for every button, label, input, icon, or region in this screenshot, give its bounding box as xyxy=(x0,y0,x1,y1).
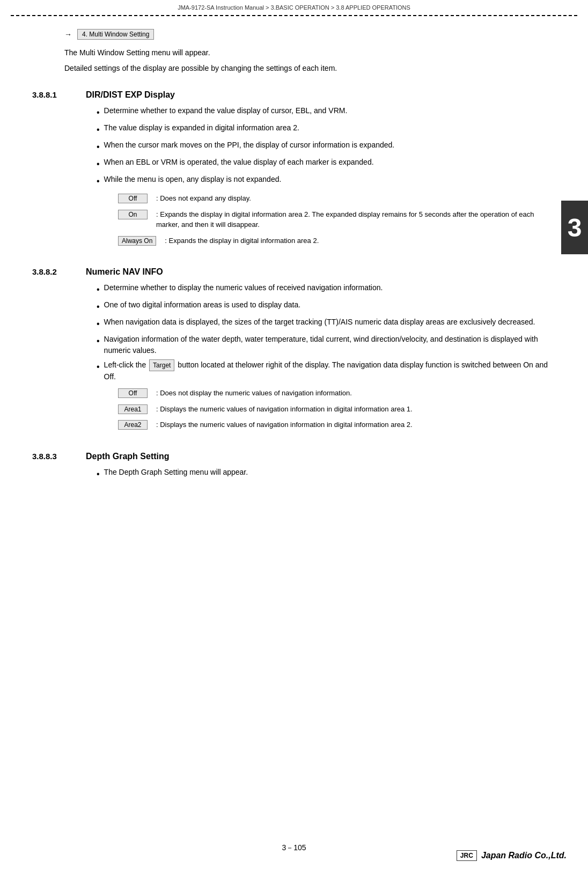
section1-number: 3.8.8.1 xyxy=(32,90,86,99)
bullet-text: Determine whether to display the numeric… xyxy=(104,282,556,293)
bullet-icon: • xyxy=(97,123,100,136)
company-name: Japan Radio Co.,Ltd. xyxy=(481,851,567,860)
option-on-desc: : Expands the display in digital informa… xyxy=(156,209,556,230)
section2-title-row: 3.8.8.2 Numeric NAV INFO xyxy=(32,267,556,277)
list-item: • When an EBL or VRM is operated, the va… xyxy=(97,157,556,171)
divider xyxy=(11,15,577,16)
option2-area1-row: Area1 : Displays the numeric values of n… xyxy=(118,404,556,415)
arrow-row: → 4. Multi Window Setting xyxy=(64,29,556,40)
bullet-icon: • xyxy=(97,318,100,330)
list-item: • The value display is expanded in digit… xyxy=(97,122,556,136)
main-content: → 4. Multi Window Setting The Multi Wind… xyxy=(0,18,588,497)
section1-bullets: • Determine whether to expand the value … xyxy=(97,105,556,188)
section2-number: 3.8.8.2 xyxy=(32,267,86,276)
header: JMA-9172-SA Instruction Manual > 3.BASIC… xyxy=(0,0,588,16)
breadcrumb: JMA-9172-SA Instruction Manual > 3.BASIC… xyxy=(0,0,588,13)
bullet-text: While the menu is open, any display is n… xyxy=(104,174,556,185)
option-off-badge: Off xyxy=(118,194,148,203)
intro-line2: Detailed settings of the display are pos… xyxy=(64,63,556,74)
bullet-text: When an EBL or VRM is operated, the valu… xyxy=(104,157,556,168)
section3-title-row: 3.8.8.3 Depth Graph Setting xyxy=(32,452,556,461)
option2-off-desc: : Does not display the numeric values of… xyxy=(156,388,556,399)
page-number: 3－105 xyxy=(282,843,306,853)
option-on-badge: On xyxy=(118,210,148,219)
section1-title-row: 3.8.8.1 DIR/DIST EXP Display xyxy=(32,90,556,100)
section3-number: 3.8.8.3 xyxy=(32,452,86,461)
option-off-desc: : Does not expand any display. xyxy=(156,193,556,204)
bullet-text: The value display is expanded in digital… xyxy=(104,122,556,134)
bullet-icon: • xyxy=(97,283,100,296)
option2-area2-badge: Area2 xyxy=(118,420,148,430)
list-item: • The Depth Graph Setting menu will appe… xyxy=(97,467,556,481)
option2-area2-row: Area2 : Displays the numeric values of n… xyxy=(118,419,556,430)
bullet-icon: • xyxy=(97,158,100,171)
list-item: • Left-click the Target button located a… xyxy=(97,359,556,382)
bullet-text: The Depth Graph Setting menu will appear… xyxy=(104,467,556,478)
arrow-symbol: → xyxy=(64,30,72,39)
chapter-tab: 3 xyxy=(561,201,588,254)
option2-area1-desc: : Displays the numeric values of navigat… xyxy=(156,404,556,415)
section3-bullets: • The Depth Graph Setting menu will appe… xyxy=(97,467,556,481)
menu-button: 4. Multi Window Setting xyxy=(77,29,154,40)
option-off-row: Off : Does not expand any display. xyxy=(118,193,556,204)
bullet-text: One of two digital information areas is … xyxy=(104,299,556,311)
section2-bullets: • Determine whether to display the numer… xyxy=(97,282,556,382)
bullet-icon: • xyxy=(97,106,100,119)
bullet-icon: • xyxy=(97,175,100,188)
bullet-icon: • xyxy=(97,360,100,373)
bullet-text: When navigation data is displayed, the s… xyxy=(104,316,556,328)
option2-area1-badge: Area1 xyxy=(118,404,148,414)
option-alwayson-badge: Always On xyxy=(118,236,156,246)
bullet-icon: • xyxy=(97,468,100,481)
option2-area2-desc: : Displays the numeric values of navigat… xyxy=(156,419,556,430)
footer-logo: JRC Japan Radio Co.,Ltd. xyxy=(457,850,567,861)
target-badge: Target xyxy=(149,359,174,371)
list-item: • One of two digital information areas i… xyxy=(97,299,556,313)
bullet-icon: • xyxy=(97,141,100,153)
section3-title: Depth Graph Setting xyxy=(86,452,170,461)
bullet-text: Left-click the Target button located at … xyxy=(104,359,556,382)
list-item: • When the cursor mark moves on the PPI,… xyxy=(97,139,556,153)
option2-off-badge: Off xyxy=(118,388,148,398)
list-item: • While the menu is open, any display is… xyxy=(97,174,556,188)
bullet-text: When the cursor mark moves on the PPI, t… xyxy=(104,139,556,151)
section1-title: DIR/DIST EXP Display xyxy=(86,90,175,100)
bullet-text: Determine whether to expand the value di… xyxy=(104,105,556,116)
section2-title: Numeric NAV INFO xyxy=(86,267,163,277)
option2-off-row: Off : Does not display the numeric value… xyxy=(118,388,556,399)
list-item: • Navigation information of the water de… xyxy=(97,334,556,356)
option-alwayson-row: Always On : Expands the display in digit… xyxy=(118,235,556,246)
list-item: • Determine whether to display the numer… xyxy=(97,282,556,296)
jrc-badge: JRC xyxy=(457,850,477,861)
bullet-icon: • xyxy=(97,300,100,313)
bullet-text: Navigation information of the water dept… xyxy=(104,334,556,356)
list-item: • When navigation data is displayed, the… xyxy=(97,316,556,330)
intro-line1: The Multi Window Setting menu will appea… xyxy=(64,47,556,58)
bullet-icon: • xyxy=(97,335,100,348)
option-alwayson-desc: : Expands the display in digital informa… xyxy=(165,235,556,246)
option-on-row: On : Expands the display in digital info… xyxy=(118,209,556,230)
list-item: • Determine whether to expand the value … xyxy=(97,105,556,119)
